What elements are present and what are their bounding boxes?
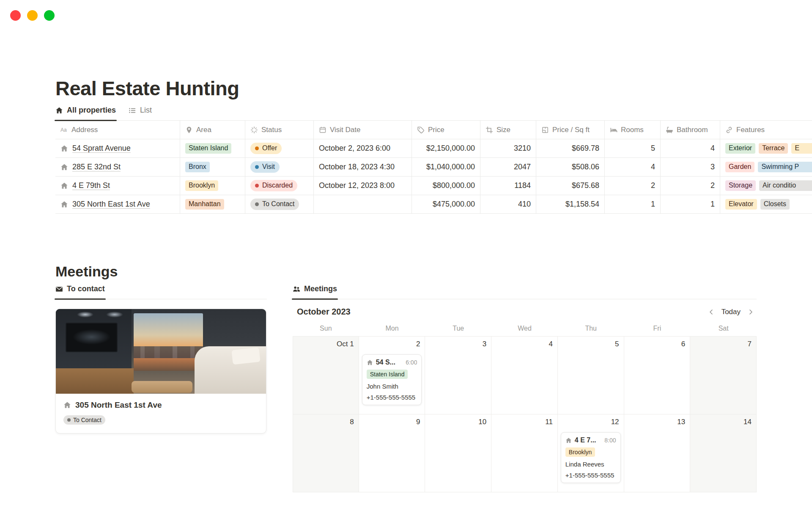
zoom-button[interactable] [44, 10, 55, 21]
cell-rooms[interactable]: 1 [604, 195, 660, 213]
address-link[interactable]: 305 North East 1st Ave [72, 200, 150, 209]
cell-rooms[interactable]: 4 [604, 158, 660, 176]
calendar-day-cell[interactable]: 7 [690, 337, 757, 414]
column-header-visit-date[interactable]: Visit Date [313, 121, 411, 139]
calendar-event-header: 54 S...6:00 [367, 359, 417, 366]
cell-area[interactable]: Staten Island [180, 139, 245, 157]
cell-visit-date[interactable] [313, 195, 411, 213]
column-header-features[interactable]: Features [720, 121, 812, 139]
column-header-status[interactable]: Status [245, 121, 313, 139]
calendar-day-cell[interactable]: 4 [491, 337, 558, 414]
calendar-day-cell[interactable]: 14 [690, 414, 757, 492]
cell-features[interactable]: ExteriorTerraceE [720, 139, 812, 157]
photo-layer [56, 368, 134, 394]
cell-bathroom[interactable]: 3 [660, 158, 720, 176]
column-header-price-sq-ft[interactable]: Price / Sq ft [536, 121, 604, 139]
cell-size[interactable]: 410 [480, 195, 536, 213]
calendar-day-cell[interactable]: 11 [491, 414, 558, 492]
cell-area[interactable]: Manhattan [180, 195, 245, 213]
cell-address[interactable]: 54 Spratt Avenue [55, 139, 180, 157]
cell-bathroom[interactable]: 1 [660, 195, 720, 213]
cell-bathroom[interactable]: 4 [660, 139, 720, 157]
calendar-day-cell[interactable]: 10 [425, 414, 491, 492]
cell-visit-date[interactable]: October 2, 2023 6:00 [313, 139, 411, 157]
cell-features[interactable]: ElevatorClosets [720, 195, 812, 213]
cell-size[interactable]: 1184 [480, 177, 536, 195]
chevron-left-icon[interactable] [708, 309, 715, 315]
tab-list[interactable]: List [129, 106, 152, 120]
calendar-day-cell[interactable]: 124 E 7...8:00BrooklynLinda Reeves+1-555… [558, 414, 624, 492]
calendar-day-cell[interactable]: Oct 1 [293, 337, 359, 414]
column-header-bathroom[interactable]: Bathroom [660, 121, 720, 139]
address-link[interactable]: 54 Spratt Avenue [72, 144, 131, 153]
cell-features[interactable]: StorageAir conditio [720, 177, 812, 195]
table-header-row: AaAddressAreaStatusVisit DatePriceSizePr… [55, 121, 812, 139]
meetings-calendar-panel: Meetings October 2023 Today SunMonTueWed… [293, 284, 757, 492]
table-row: 4 E 79th StBrooklynDiscardedOctober 12, … [55, 177, 812, 195]
calendar-day-cell[interactable]: 254 S...6:00Staten IslandJohn Smith+1-55… [359, 337, 425, 414]
close-button[interactable] [10, 10, 21, 21]
calendar-date-label: 8 [350, 418, 354, 426]
address-link[interactable]: 4 E 79th St [72, 181, 110, 190]
today-button[interactable]: Today [721, 308, 741, 316]
calendar-event-phone[interactable]: +1-555-555-5555 [367, 394, 417, 401]
tab-to-contact[interactable]: To contact [55, 284, 105, 299]
cell-address[interactable]: 285 E 32nd St [55, 158, 180, 176]
cell-status[interactable]: Discarded [245, 177, 313, 195]
cell-status[interactable]: Visit [245, 158, 313, 176]
column-header-size[interactable]: Size [480, 121, 536, 139]
cell-price[interactable]: $475,000.00 [411, 195, 480, 213]
cell-price[interactable]: $800,000.00 [411, 177, 480, 195]
cell-price-per-sqft[interactable]: $675.68 [536, 177, 604, 195]
calendar-day-cell[interactable]: 3 [425, 337, 491, 414]
column-header-rooms[interactable]: Rooms [604, 121, 660, 139]
meetings-tabbar: Meetings [293, 284, 757, 299]
calendar-day-cell[interactable]: 6 [624, 337, 691, 414]
cell-price-per-sqft[interactable]: $1,158.54 [536, 195, 604, 213]
cell-rooms[interactable]: 2 [604, 177, 660, 195]
column-header-area[interactable]: Area [180, 121, 245, 139]
cell-price-per-sqft-value: $675.68 [572, 181, 599, 190]
column-header-address[interactable]: AaAddress [55, 121, 180, 139]
calendar-event-contact: John Smith [367, 383, 417, 390]
calendar-day-cell[interactable]: 8 [293, 414, 359, 492]
cell-status[interactable]: Offer [245, 139, 313, 157]
cell-address[interactable]: 305 North East 1st Ave [55, 195, 180, 213]
tab-all-properties[interactable]: All properties [55, 106, 116, 120]
calendar-day-cell[interactable]: 5 [558, 337, 624, 414]
cell-visit-date[interactable]: October 12, 2023 8:00 [313, 177, 411, 195]
status-dot [67, 418, 71, 422]
address-link[interactable]: 285 E 32nd St [72, 163, 121, 171]
cell-price[interactable]: $2,150,000.00 [411, 139, 480, 157]
calendar-event[interactable]: 4 E 7...8:00BrooklynLinda Reeves+1-555-5… [561, 432, 621, 483]
cell-price-per-sqft[interactable]: $508.06 [536, 158, 604, 176]
minimize-button[interactable] [27, 10, 38, 21]
cell-address[interactable]: 4 E 79th St [55, 177, 180, 195]
cell-status[interactable]: To Contact [245, 195, 313, 213]
cell-visit-date[interactable]: October 18, 2023 4:30 [313, 158, 411, 176]
tab-meetings[interactable]: Meetings [293, 284, 337, 299]
cell-size[interactable]: 2047 [480, 158, 536, 176]
calendar-day-cell[interactable]: 9 [359, 414, 425, 492]
chevron-right-icon[interactable] [747, 309, 754, 315]
calendar-day-cell[interactable]: 13 [624, 414, 691, 492]
feature-badge: Staten Island [367, 370, 408, 379]
cell-price[interactable]: $1,040,000.00 [411, 158, 480, 176]
cell-rooms[interactable]: 5 [604, 139, 660, 157]
cell-features[interactable]: GardenSwimming P [720, 158, 812, 176]
property-card[interactable]: 305 North East 1st Ave To Contact [55, 309, 266, 433]
feature-badge: Swimming P [758, 162, 812, 172]
weekday-label: Sun [293, 325, 359, 332]
cell-bathroom[interactable]: 2 [660, 177, 720, 195]
column-header-price[interactable]: Price [411, 121, 480, 139]
cell-area[interactable]: Bronx [180, 158, 245, 176]
property-card-address[interactable]: 305 North East 1st Ave [63, 400, 258, 410]
cell-area[interactable]: Brooklyn [180, 177, 245, 195]
calendar-date-label: 4 [549, 340, 552, 348]
properties-table: AaAddressAreaStatusVisit DatePriceSizePr… [55, 121, 812, 214]
column-header-label: Rooms [621, 126, 644, 134]
calendar-event[interactable]: 54 S...6:00Staten IslandJohn Smith+1-555… [362, 354, 422, 405]
cell-size[interactable]: 3210 [480, 139, 536, 157]
calendar-event-phone[interactable]: +1-555-555-5555 [565, 472, 616, 479]
cell-price-per-sqft[interactable]: $669.78 [536, 139, 604, 157]
